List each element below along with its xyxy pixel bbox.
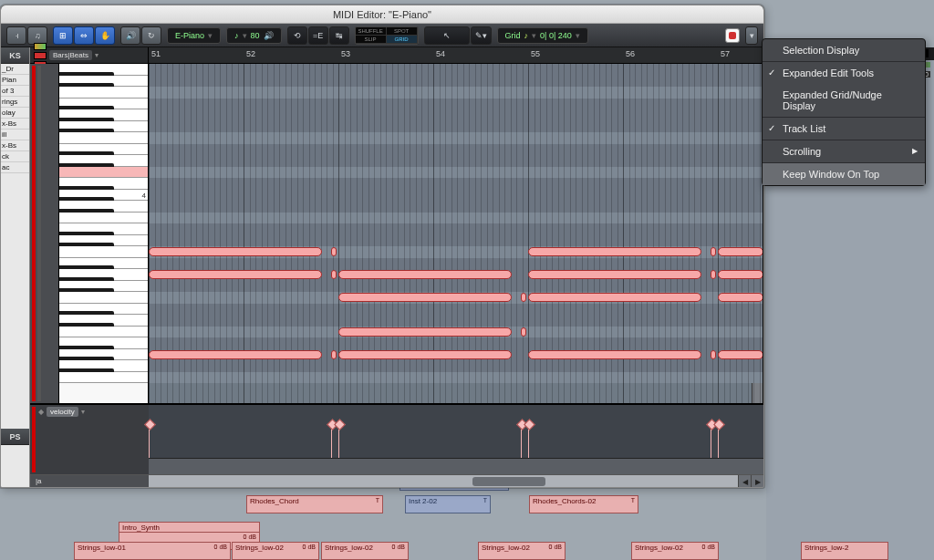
submenu-arrow-icon: ▶ (912, 147, 918, 155)
track-list-item[interactable]: of 3 (1, 86, 29, 97)
midi-note[interactable] (149, 350, 322, 359)
hand-tool-button[interactable]: ✋ (95, 26, 115, 45)
window-titlebar[interactable]: MIDI Editor: "E-Piano" (1, 5, 763, 24)
arrange-clip[interactable]: Strings_low-020 dB (478, 542, 566, 560)
velocity-stalk[interactable] (338, 425, 339, 458)
ruler[interactable]: Bars|Beats ▾ 51525354555657 (30, 47, 763, 64)
arrange-clip[interactable]: Inst 2-02T (405, 495, 491, 513)
ruler-bar-number: 53 (341, 49, 350, 58)
menu-item[interactable]: Selection Display (763, 39, 925, 61)
view-menu-button[interactable]: ▾ (745, 26, 758, 45)
velocity-stalk[interactable] (528, 425, 529, 458)
edit-mode-selector[interactable]: SHUFFLE SPOT SLIP GRID (355, 26, 419, 45)
midi-note[interactable] (331, 350, 337, 359)
track-list-item[interactable]: x-Bs (1, 119, 29, 130)
midi-note[interactable] (331, 270, 337, 279)
arrange-clip[interactable]: Strings_low-010 dB (74, 542, 231, 560)
velocity-stalk[interactable] (711, 425, 711, 458)
track-list-header: KS (1, 47, 29, 64)
link-button[interactable]: ⟲ (287, 26, 307, 45)
velocity-selector[interactable]: velocity (47, 407, 78, 417)
arrange-clip[interactable]: Rhodes_Chords-02T (529, 495, 638, 513)
midi-note[interactable] (338, 270, 512, 279)
midi-note[interactable] (718, 293, 763, 302)
menu-item[interactable]: Expanded Grid/Nudge Display (763, 84, 925, 117)
note-grid[interactable] (149, 64, 763, 403)
menu-item[interactable]: Scrolling▶ (763, 140, 925, 162)
menu-item[interactable]: ✓Track List (763, 117, 925, 140)
ruler-bar-number: 52 (246, 49, 255, 58)
velocity-stalk[interactable] (718, 425, 719, 458)
play-button[interactable]: 🔊 (120, 26, 140, 45)
notes-view-button[interactable]: ♫ (27, 26, 47, 45)
velocity-stalk[interactable] (521, 425, 522, 458)
midi-note[interactable] (338, 293, 512, 302)
menu-item[interactable]: ✓Expanded Edit Tools (763, 61, 925, 84)
pencil-tool-button[interactable]: ✎▾ (471, 26, 492, 45)
midi-note[interactable] (528, 293, 701, 302)
velocity-stalk[interactable] (331, 425, 332, 458)
piano-roll-area: Bars|Beats ▾ 51525354555657 4 ◆ (30, 47, 763, 487)
arrange-clip[interactable]: Strings_low-020 dB (232, 542, 319, 560)
note-gutter (30, 64, 59, 403)
view-menu: Selection Display✓Expanded Edit ToolsExp… (762, 38, 926, 186)
tab-button[interactable]: ↹ (329, 26, 349, 45)
track-list-item[interactable]: rings (1, 97, 29, 108)
midi-note[interactable] (521, 327, 526, 337)
track-list-item[interactable]: _Dr (1, 64, 29, 75)
trim-tool-button[interactable]: ⇔ (74, 26, 94, 45)
midi-note[interactable] (528, 350, 701, 359)
check-icon: ✓ (768, 123, 775, 133)
check-icon: ✓ (768, 67, 775, 78)
ruler-bar-number: 54 (436, 49, 445, 58)
velocity-stalk[interactable] (149, 425, 150, 458)
zoom-tool-button[interactable]: ⊞ (53, 26, 73, 45)
toolbar: ⫞ ♫ ⊞ ⇔ ✋ 🔊 ↻ E-Piano▾ ♪ ▾ 80 🔊 ⟲ =E ↹ S… (1, 24, 763, 47)
groups-header: PS (1, 429, 29, 445)
midi-note[interactable] (718, 350, 763, 359)
track-list-item[interactable]: Pian (1, 75, 29, 86)
ruler-bar-number: 56 (626, 49, 635, 58)
horizontal-scrollbar[interactable]: |a ◀ ▶ (30, 474, 763, 487)
midi-note[interactable] (711, 350, 716, 359)
grid-display[interactable]: Grid ♪▾ 0| 0| 240▾ (497, 27, 588, 44)
scroll-right-button[interactable]: ▶ (751, 475, 763, 488)
midi-note[interactable] (528, 247, 701, 256)
velocity-graph[interactable] (149, 405, 763, 474)
track-list-item[interactable]: ck (1, 151, 29, 162)
arrange-clip[interactable]: Strings_low-020 dB (321, 542, 409, 560)
midi-note[interactable] (331, 247, 337, 256)
midi-note[interactable] (149, 270, 322, 279)
arrange-clip[interactable]: Strings_low-020 dB (631, 542, 719, 560)
piano-keyboard[interactable]: 4 (59, 64, 149, 403)
target-button[interactable] (725, 28, 740, 43)
ruler-label[interactable]: Bars|Beats (49, 50, 92, 60)
zoom-toggle-button[interactable]: ⫞ (6, 26, 26, 45)
midi-note[interactable] (718, 270, 763, 279)
scroll-left-button[interactable]: ◀ (738, 475, 751, 488)
arrange-clip[interactable]: Rhodes_ChordT (246, 495, 383, 513)
midi-note[interactable] (711, 270, 716, 279)
loop-button[interactable]: ↻ (141, 26, 161, 45)
midi-note[interactable] (149, 247, 322, 256)
track-selector[interactable]: E-Piano▾ (167, 27, 221, 44)
tempo-display[interactable]: ♪ ▾ 80 🔊 (226, 27, 282, 44)
velocity-lane: ◆ velocity ▾ (30, 403, 763, 474)
midi-note[interactable] (711, 247, 716, 256)
mirror-button[interactable]: =E (308, 26, 328, 45)
midi-note[interactable] (528, 270, 701, 279)
arrange-clip[interactable]: Strings_low-2 (801, 542, 888, 560)
track-list-item[interactable]: x-Bs (1, 140, 29, 151)
track-list-panel: KS _DrPianof 3ringsolayx-Bsillx-Bsckac P… (1, 47, 30, 487)
midi-note[interactable] (718, 247, 763, 256)
cursor-tool-display[interactable]: ↖ (424, 26, 470, 45)
track-list-item[interactable]: ill (1, 130, 29, 140)
ruler-bar-number: 51 (151, 49, 161, 58)
midi-note[interactable] (521, 293, 526, 302)
track-list-item[interactable]: olay (1, 108, 29, 119)
track-list-item[interactable]: ac (1, 162, 29, 173)
window-title: MIDI Editor: "E-Piano" (333, 9, 431, 20)
menu-item[interactable]: Keep Window On Top (763, 162, 925, 185)
midi-note[interactable] (338, 327, 512, 337)
midi-note[interactable] (338, 350, 512, 359)
